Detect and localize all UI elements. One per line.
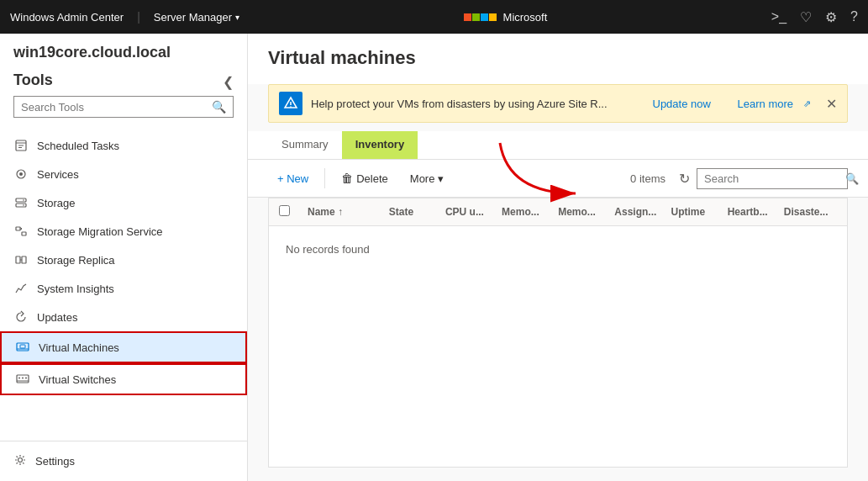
page-title: Virtual machines xyxy=(268,47,848,69)
storage-icon xyxy=(13,195,29,210)
content-wrapper: Virtual machines Help protect your VMs f… xyxy=(248,34,868,481)
sidebar-item-scheduled-tasks[interactable]: Scheduled Tasks xyxy=(0,131,247,160)
svg-rect-12 xyxy=(16,256,20,263)
sidebar-item-virtual-machines[interactable]: Virtual Machines xyxy=(0,331,247,363)
toolbar: + New 🗑 Delete More ▾ 0 items ↻ 🔍 xyxy=(248,160,868,198)
svg-rect-17 xyxy=(20,345,25,348)
th-memo2[interactable]: Memo... xyxy=(555,206,611,218)
banner-text: Help protect your VMs from disasters by … xyxy=(311,98,644,110)
tab-inventory[interactable]: Inventory xyxy=(342,131,418,159)
settings-item[interactable]: Settings xyxy=(13,448,234,474)
sidebar-item-virtual-switches[interactable]: Virtual Switches xyxy=(0,363,247,395)
virtual-machines-label: Virtual Machines xyxy=(39,341,119,354)
th-heartb[interactable]: Heartb... xyxy=(724,206,781,218)
updates-icon xyxy=(13,309,29,325)
select-all-checkbox[interactable] xyxy=(279,205,290,216)
table-header: Name ↑ State CPU u... Memo... Memo... As… xyxy=(269,198,847,226)
virtual-machines-icon xyxy=(15,340,30,355)
delete-trash-icon: 🗑 xyxy=(341,172,353,185)
svg-point-20 xyxy=(18,378,20,379)
ms-logo-green xyxy=(472,13,480,21)
system-insights-label: System Insights xyxy=(37,283,114,295)
settings-icon[interactable]: ⚙ xyxy=(825,9,837,25)
sidebar-item-storage-replica[interactable]: Storage Replica xyxy=(0,246,247,274)
th-uptime[interactable]: Uptime xyxy=(668,206,724,218)
toolbar-sep-1 xyxy=(324,168,325,188)
server-manager-dropdown[interactable]: Server Manager ▾ xyxy=(154,11,239,24)
bell-icon[interactable]: ♡ xyxy=(800,9,812,25)
svg-point-22 xyxy=(25,378,27,379)
storage-replica-label: Storage Replica xyxy=(37,254,115,267)
svg-rect-13 xyxy=(22,256,26,263)
search-tools-input[interactable] xyxy=(21,101,212,114)
storage-replica-icon xyxy=(13,252,29,267)
scheduled-tasks-icon xyxy=(13,138,29,153)
virtual-switches-icon xyxy=(15,372,30,387)
storage-migration-icon xyxy=(13,224,29,239)
table-empty-message: No records found xyxy=(269,226,847,272)
th-disaste[interactable]: Disaste... xyxy=(781,206,837,218)
table-search-box[interactable]: 🔍 xyxy=(697,168,848,189)
banner-close-btn[interactable]: ✕ xyxy=(826,96,837,112)
svg-point-21 xyxy=(22,378,24,379)
sidebar-list: Scheduled Tasks Services Storage Storage… xyxy=(0,131,247,441)
sidebar-item-updates[interactable]: Updates xyxy=(0,303,247,331)
tabs-bar: Summary Inventory xyxy=(248,131,868,160)
tools-label: Tools xyxy=(13,68,53,96)
item-count: 0 items xyxy=(630,172,665,185)
terminal-icon[interactable]: >_ xyxy=(771,9,786,24)
ms-logo-red xyxy=(464,13,471,21)
sidebar-header: win19core.cloud.local Tools ❮ 🔍 xyxy=(0,34,247,131)
delete-button[interactable]: 🗑 Delete xyxy=(332,166,397,190)
app-title: Windows Admin Center xyxy=(10,11,124,24)
sidebar-footer: Settings xyxy=(0,441,247,481)
th-cpu[interactable]: CPU u... xyxy=(442,206,498,218)
table-search-icon: 🔍 xyxy=(845,172,859,185)
th-state[interactable]: State xyxy=(386,206,442,218)
banner-azure-icon xyxy=(279,92,302,115)
banner: Help protect your VMs from disasters by … xyxy=(268,84,848,123)
svg-rect-7 xyxy=(16,204,26,207)
th-checkbox[interactable] xyxy=(279,205,304,219)
svg-rect-6 xyxy=(16,198,26,202)
microsoft-logo xyxy=(464,13,497,21)
sidebar-item-storage-migration[interactable]: Storage Migration Service xyxy=(0,217,247,246)
topbar-icons: >_ ♡ ⚙ ? xyxy=(771,9,858,25)
update-now-link[interactable]: Update now xyxy=(653,98,711,110)
more-label: More xyxy=(410,172,435,185)
learn-more-link[interactable]: Learn more xyxy=(738,98,793,110)
th-memo1[interactable]: Memo... xyxy=(498,206,555,218)
sidebar: win19core.cloud.local Tools ❮ 🔍 Schedule… xyxy=(0,34,248,481)
svg-rect-15 xyxy=(17,343,29,351)
search-icon: 🔍 xyxy=(212,100,226,114)
delete-label: Delete xyxy=(356,172,388,185)
sidebar-collapse-btn[interactable]: ❮ xyxy=(223,74,234,90)
more-button[interactable]: More ▾ xyxy=(401,167,454,190)
content-area: Virtual machines Help protect your VMs f… xyxy=(248,34,868,481)
svg-point-9 xyxy=(23,204,24,206)
sidebar-item-system-insights[interactable]: System Insights xyxy=(0,274,247,303)
server-dropdown-chevron: ▾ xyxy=(235,13,239,22)
tab-summary[interactable]: Summary xyxy=(268,131,342,159)
th-assign[interactable]: Assign... xyxy=(611,206,667,218)
help-icon[interactable]: ? xyxy=(850,9,858,24)
content-header: Virtual machines xyxy=(248,34,868,84)
microsoft-label: Microsoft xyxy=(503,11,548,24)
new-button[interactable]: + New xyxy=(268,167,318,190)
th-name[interactable]: Name ↑ xyxy=(304,206,386,218)
table-search-input[interactable] xyxy=(704,172,845,185)
updates-label: Updates xyxy=(37,311,77,324)
ms-logo-yellow xyxy=(489,13,497,21)
external-link-icon: ⇗ xyxy=(803,98,811,109)
services-icon xyxy=(13,166,29,182)
ms-logo-blue xyxy=(481,13,488,21)
table-area: Name ↑ State CPU u... Memo... Memo... As… xyxy=(268,198,848,468)
topbar: Windows Admin Center | Server Manager ▾ … xyxy=(0,0,868,34)
sidebar-item-services[interactable]: Services xyxy=(0,160,247,188)
sidebar-item-storage[interactable]: Storage xyxy=(0,188,247,217)
virtual-switches-label: Virtual Switches xyxy=(39,373,116,386)
refresh-button[interactable]: ↻ xyxy=(676,167,693,190)
svg-point-26 xyxy=(290,106,292,108)
sidebar-search-box[interactable]: 🔍 xyxy=(13,96,234,118)
svg-point-8 xyxy=(23,199,24,201)
